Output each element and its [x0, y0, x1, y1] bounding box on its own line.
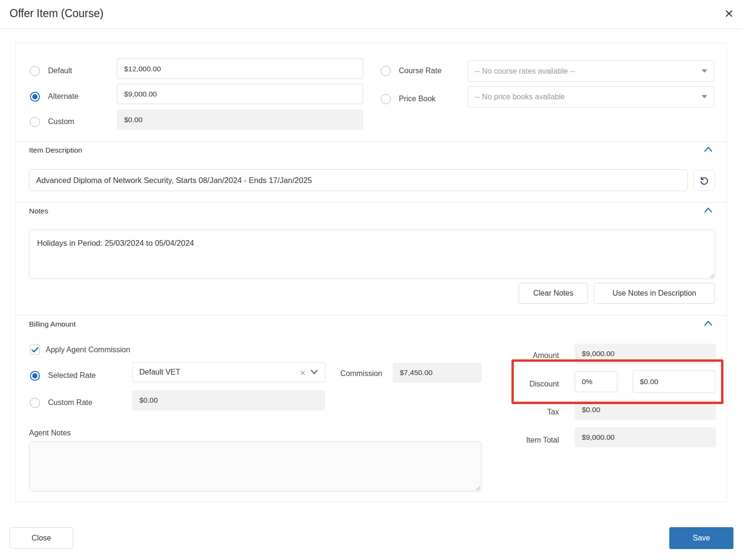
custom-rate-radio[interactable]: Custom Rate	[30, 397, 92, 408]
amount-input	[575, 344, 716, 364]
item-description-title: Item Description	[29, 146, 703, 154]
history-icon	[699, 175, 710, 186]
radio-checked-icon	[30, 92, 40, 102]
price-book-select[interactable]: -- No price books available	[468, 86, 714, 107]
alternate-rate-input[interactable]	[117, 84, 363, 104]
offer-item-modal: Offer Item (Course) × Default Alternate …	[0, 0, 742, 560]
apply-agent-commission-checkbox[interactable]: Apply Agent Commission	[30, 345, 130, 355]
use-notes-label: Use Notes in Description	[612, 289, 696, 298]
item-total-input	[575, 427, 716, 447]
tax-input	[575, 400, 716, 420]
amount-label: Amount	[511, 351, 559, 360]
price-book-placeholder: -- No price books available	[475, 93, 702, 101]
chevron-up-icon[interactable]	[703, 207, 713, 215]
radio-icon	[30, 117, 40, 127]
course-rate-select[interactable]: -- No course rates available --	[468, 60, 714, 82]
clear-selection-icon[interactable]: ×	[300, 367, 306, 377]
radio-icon	[381, 66, 391, 76]
chevron-down-icon	[702, 69, 707, 73]
close-button[interactable]: Close	[10, 527, 73, 549]
save-button[interactable]: Save	[669, 527, 733, 549]
notes-title: Notes	[29, 207, 703, 215]
custom-rate-label: Custom Rate	[48, 398, 92, 407]
tax-label: Tax	[511, 408, 559, 416]
close-icon[interactable]: ×	[724, 4, 733, 23]
billing-amount-header: Billing Amount	[16, 315, 726, 332]
notes-textarea[interactable]: Holidays in Period: 25/03/2024 to 05/04/…	[29, 230, 715, 279]
checkbox-checked-icon	[30, 345, 40, 355]
rate-option-default-label: Default	[48, 67, 72, 75]
discount-label: Discount	[511, 380, 559, 388]
rate-option-custom[interactable]: Custom	[30, 116, 74, 127]
agent-notes-label: Agent Notes	[29, 429, 71, 437]
item-description-input[interactable]	[29, 169, 688, 191]
rate-option-course-rate[interactable]: Course Rate	[381, 65, 442, 77]
rate-option-custom-label: Custom	[48, 117, 74, 126]
chevron-down-icon	[310, 368, 318, 377]
close-button-label: Close	[32, 534, 51, 542]
agent-rate-value: Default VET	[139, 368, 300, 377]
billing-amount-title: Billing Amount	[29, 320, 703, 328]
use-notes-in-description-button[interactable]: Use Notes in Description	[594, 283, 715, 304]
rate-option-default[interactable]: Default	[30, 65, 72, 77]
clear-notes-label: Clear Notes	[533, 289, 573, 298]
apply-agent-commission-label: Apply Agent Commission	[46, 346, 130, 354]
item-total-label: Item Total	[511, 436, 559, 444]
clear-notes-button[interactable]: Clear Notes	[519, 283, 588, 304]
radio-checked-icon	[30, 371, 40, 381]
course-rate-label: Course Rate	[399, 67, 442, 75]
rate-option-alternate-label: Alternate	[48, 92, 78, 101]
discount-percent-input[interactable]	[575, 371, 617, 392]
notes-header: Notes	[16, 202, 726, 219]
selected-rate-radio[interactable]: Selected Rate	[30, 370, 96, 381]
price-book-label: Price Book	[399, 95, 435, 103]
selected-rate-label: Selected Rate	[48, 371, 96, 380]
agent-rate-select[interactable]: Default VET ×	[132, 362, 325, 382]
commission-label: Commission	[340, 369, 382, 378]
page-title: Offer Item (Course)	[10, 7, 104, 20]
chevron-up-icon[interactable]	[703, 320, 713, 328]
agent-notes-textarea[interactable]	[29, 442, 482, 492]
radio-icon	[30, 398, 40, 408]
save-button-label: Save	[693, 534, 710, 542]
chevron-down-icon	[702, 95, 707, 98]
discount-amount-input[interactable]	[633, 370, 715, 393]
rate-option-price-book[interactable]: Price Book	[381, 93, 435, 105]
chevron-up-icon[interactable]	[703, 146, 713, 154]
custom-rate-input	[117, 109, 363, 130]
radio-icon	[30, 66, 40, 76]
form-panel: Default Alternate Custom Course Rate -- …	[15, 43, 727, 502]
rate-option-alternate[interactable]: Alternate	[30, 91, 78, 102]
restore-description-button[interactable]	[694, 170, 715, 191]
item-description-header: Item Description	[16, 141, 726, 158]
custom-rate-amount-input	[132, 390, 325, 410]
modal-header: Offer Item (Course) ×	[0, 0, 742, 29]
default-rate-input[interactable]	[117, 58, 363, 79]
commission-input	[393, 363, 482, 383]
radio-icon	[381, 94, 391, 104]
course-rate-placeholder: -- No course rates available --	[475, 67, 702, 76]
